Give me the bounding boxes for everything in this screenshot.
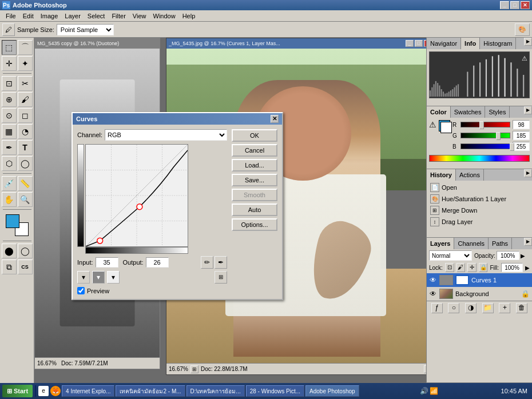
new-adjustment-btn[interactable]: ◑ bbox=[465, 303, 477, 313]
r-value-input[interactable] bbox=[513, 120, 530, 129]
opacity-input[interactable] bbox=[497, 251, 519, 260]
lock-transparent-btn[interactable]: ⊡ bbox=[445, 263, 454, 272]
panel-nav-arrow[interactable]: ▶ bbox=[524, 38, 532, 46]
curves-output-field[interactable] bbox=[146, 257, 169, 268]
tab-history[interactable]: History bbox=[427, 169, 456, 181]
maximize-btn[interactable]: □ bbox=[510, 1, 519, 9]
palette-icon[interactable]: 🎨 bbox=[515, 23, 530, 36]
g-slider-thumb[interactable] bbox=[496, 132, 501, 140]
menu-select[interactable]: Select bbox=[84, 11, 109, 21]
curves-graph-btn[interactable]: ⊞ bbox=[215, 271, 227, 284]
panel-layers-arrow[interactable]: ▶ bbox=[524, 238, 532, 246]
r-slider-thumb[interactable] bbox=[479, 121, 484, 129]
bg-color-swatch[interactable] bbox=[440, 122, 452, 133]
lock-all-btn[interactable]: 🔒 bbox=[479, 263, 488, 272]
menu-view[interactable]: View bbox=[129, 11, 150, 21]
tool-cs[interactable]: CS bbox=[18, 260, 33, 274]
tab-navigator[interactable]: Navigator bbox=[427, 38, 461, 49]
curves-auto-btn[interactable]: Auto bbox=[232, 204, 277, 216]
firefox-icon[interactable]: 🦊 bbox=[50, 386, 61, 396]
tool-eraser[interactable]: ◻ bbox=[18, 108, 33, 123]
new-group-btn[interactable]: 📁 bbox=[482, 303, 494, 313]
menu-image[interactable]: Image bbox=[37, 11, 62, 21]
doc-maximize[interactable]: □ bbox=[415, 40, 423, 47]
tool-move[interactable]: ✛ bbox=[2, 56, 17, 71]
eyedropper-white[interactable]: ▾ bbox=[107, 271, 120, 284]
sample-size-select[interactable]: Point Sample 3 by 3 Average 5 by 5 Avera… bbox=[57, 24, 114, 35]
taskbar-ps[interactable]: Adobe Photoshop bbox=[305, 385, 359, 397]
network-icon[interactable]: 🔊 bbox=[420, 387, 428, 395]
b-slider-track[interactable] bbox=[460, 143, 510, 149]
tab-info[interactable]: Info bbox=[461, 38, 480, 49]
g-slider-track[interactable] bbox=[460, 133, 510, 138]
tool-magic-wand[interactable]: ✦ bbox=[18, 56, 33, 71]
tool-eyedropper[interactable]: 💉 bbox=[2, 176, 17, 191]
tab-color[interactable]: Color bbox=[427, 106, 451, 118]
eyedropper-black[interactable]: ▾ bbox=[77, 271, 90, 284]
tool-gradient[interactable]: ▦ bbox=[2, 124, 17, 139]
close-btn[interactable]: ✕ bbox=[521, 1, 530, 9]
new-layer-btn[interactable]: + bbox=[499, 303, 510, 313]
r-slider-track[interactable] bbox=[460, 122, 510, 127]
tool-path[interactable]: ⬡ bbox=[2, 156, 17, 171]
menu-file[interactable]: File bbox=[2, 11, 19, 21]
tab-swatches[interactable]: Swatches bbox=[451, 106, 486, 118]
tool-lasso[interactable]: ⌒ bbox=[18, 40, 33, 55]
tool-crop[interactable]: ⊡ bbox=[2, 76, 17, 91]
taskbar-ie[interactable]: 4 Internet Explo... bbox=[62, 385, 114, 397]
start-button[interactable]: ⊞ Start bbox=[2, 385, 33, 397]
blend-mode-select[interactable]: Normal Dissolve Multiply bbox=[429, 250, 472, 261]
tool-dodge[interactable]: ◔ bbox=[18, 124, 33, 139]
tool-heal[interactable]: ⊕ bbox=[2, 92, 17, 107]
panel-color-arrow[interactable]: ▶ bbox=[524, 106, 532, 114]
lock-image-btn[interactable]: 🖌 bbox=[456, 263, 466, 272]
layer-eye-curves1[interactable]: 👁 bbox=[429, 276, 437, 284]
add-style-btn[interactable]: ƒ bbox=[431, 303, 443, 313]
taskbar-windows-pics[interactable]: 28 - Windows Pict... bbox=[246, 385, 304, 397]
menu-help[interactable]: Help bbox=[179, 11, 199, 21]
curves-load-btn[interactable]: Load... bbox=[232, 159, 277, 171]
curves-input-field[interactable] bbox=[96, 257, 118, 268]
curves-preview-check[interactable] bbox=[77, 287, 85, 294]
tool-screen-mode[interactable]: ⧉ bbox=[2, 260, 17, 274]
layer-eye-background[interactable]: 👁 bbox=[429, 290, 437, 298]
curves-close-btn[interactable]: ✕ bbox=[271, 115, 279, 123]
history-item-drag[interactable]: ↕ Drag Layer bbox=[428, 216, 531, 228]
curves-channel-select[interactable]: RGB Red Green Blue bbox=[105, 129, 227, 141]
add-mask-btn[interactable]: ○ bbox=[448, 303, 459, 313]
menu-edit[interactable]: Edit bbox=[19, 11, 37, 21]
g-value-input[interactable] bbox=[513, 131, 530, 140]
taskbar-doc1[interactable]: เทคนิคผ้ามัดย้อม2 - M... bbox=[116, 385, 185, 397]
tool-measure[interactable]: 📏 bbox=[18, 176, 33, 191]
taskbar-doc2[interactable]: D:\เทคนิคการย้อม... bbox=[186, 385, 245, 397]
tab-channels[interactable]: Channels bbox=[454, 238, 488, 249]
tool-hand[interactable]: ✋ bbox=[2, 192, 17, 207]
fill-input[interactable] bbox=[501, 263, 523, 272]
curves-pencil-btn[interactable]: ✏ bbox=[201, 256, 213, 269]
curves-cancel-btn[interactable]: Cancel bbox=[232, 144, 277, 157]
curves-smooth-btn[interactable]: Smooth bbox=[232, 189, 277, 201]
doc-minimize[interactable]: _ bbox=[406, 40, 414, 47]
tab-styles[interactable]: Styles bbox=[485, 106, 510, 118]
layer-row-curves1[interactable]: 👁 Curves 1 bbox=[427, 273, 532, 287]
delete-layer-btn[interactable]: 🗑 bbox=[516, 303, 527, 313]
doc-zoom-btn[interactable]: ⊞ bbox=[190, 365, 198, 373]
menu-window[interactable]: Window bbox=[150, 11, 179, 21]
eyedropper-gray[interactable]: ▾ bbox=[92, 271, 105, 284]
doc-close[interactable]: ✕ bbox=[424, 40, 426, 47]
tab-histogram[interactable]: Histogram bbox=[480, 38, 516, 49]
b-slider-thumb[interactable] bbox=[510, 143, 514, 151]
tool-text[interactable]: T bbox=[18, 140, 33, 155]
curves-pen-btn[interactable]: ✒ bbox=[215, 256, 227, 269]
menu-filter[interactable]: Filter bbox=[108, 11, 129, 21]
history-item-open[interactable]: 📄 Open bbox=[428, 182, 531, 193]
color-spectrum[interactable] bbox=[429, 155, 530, 162]
curves-options-btn[interactable]: Options... bbox=[232, 218, 277, 231]
volume-icon[interactable]: 📶 bbox=[430, 387, 438, 395]
curves-ok-btn[interactable]: OK bbox=[232, 129, 277, 142]
history-item-merge[interactable]: ⊞ Merge Down bbox=[428, 205, 531, 216]
tab-layers[interactable]: Layers bbox=[427, 238, 454, 249]
tab-paths[interactable]: Paths bbox=[489, 238, 512, 249]
curves-save-btn[interactable]: Save... bbox=[232, 174, 277, 186]
history-item-hue[interactable]: 🎨 Hue/Saturation 1 Layer bbox=[428, 193, 531, 205]
